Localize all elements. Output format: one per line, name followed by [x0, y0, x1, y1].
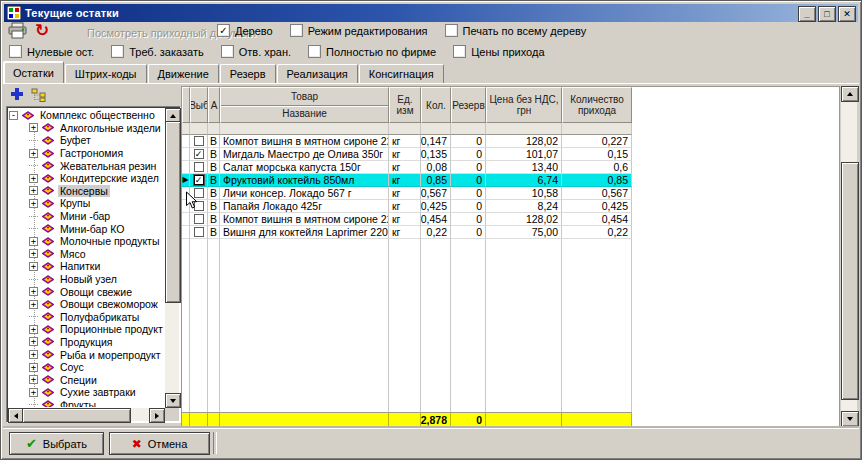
expand-toggle-icon[interactable]: + — [29, 350, 38, 359]
tree-item[interactable]: +Мясо — [9, 248, 165, 261]
tree-item[interactable]: Новый узел — [9, 273, 165, 286]
tree-item[interactable]: +Овощи свежоморож — [9, 298, 165, 311]
tree-vertical-scrollbar[interactable] — [165, 108, 179, 408]
tree-item[interactable]: +Продукция — [9, 336, 165, 349]
row-checkbox[interactable] — [194, 136, 204, 146]
row-select-cell[interactable] — [190, 135, 208, 148]
expand-toggle-icon[interactable]: + — [29, 337, 38, 346]
scrollbar-thumb[interactable] — [165, 121, 181, 303]
tree-item[interactable]: +Гастрономия — [9, 147, 165, 160]
tree-item[interactable]: +Порционные продукт — [9, 323, 165, 336]
tree-item[interactable]: +Овощи свежие — [9, 285, 165, 298]
table-row[interactable]: ВВишня для коктейля Laprimer 220гкг0,220… — [182, 226, 632, 239]
scroll-down-button[interactable] — [841, 411, 859, 427]
row-checkbox[interactable] — [194, 162, 204, 172]
row-checkbox[interactable] — [194, 227, 204, 237]
checkbox-box[interactable] — [111, 45, 124, 58]
table-row[interactable]: ВЛичи консер. Локадо 567 гкг0,567010,580… — [182, 187, 632, 200]
checkbox-rezhim-redaktirovaniya[interactable]: Режим редактирования — [290, 24, 428, 37]
tab-dvizhenie[interactable]: Движение — [148, 64, 219, 83]
checkbox-box[interactable] — [221, 45, 234, 58]
checkbox-box[interactable] — [290, 24, 303, 37]
tree-item[interactable]: +Алкогольные издели — [9, 122, 165, 135]
expand-toggle-icon[interactable]: + — [29, 123, 38, 132]
printer-button[interactable] — [8, 22, 27, 41]
scroll-right-button[interactable] — [149, 408, 165, 423]
tab-ostatki[interactable]: Остатки — [3, 61, 64, 83]
checkbox-box[interactable]: ✓ — [217, 24, 230, 37]
scrollbar-thumb[interactable] — [22, 408, 131, 423]
table-row[interactable]: ▶✓ВФруктовий коктейль 850млкг0,8506,740,… — [182, 174, 632, 187]
row-select-cell[interactable] — [190, 213, 208, 226]
tree-item[interactable]: +Рыба и морепродукт — [9, 348, 165, 361]
expand-toggle-icon[interactable]: + — [29, 375, 38, 384]
expand-toggle-icon[interactable]: + — [29, 363, 38, 372]
row-select-cell[interactable]: ✓ — [190, 174, 208, 187]
tab-shtrih-kody[interactable]: Штрих-коды — [65, 64, 147, 83]
checkbox-nulevye-ost[interactable]: Нулевые ост. — [9, 45, 94, 58]
tree-item[interactable]: +Соус — [9, 361, 165, 374]
table-row[interactable]: ВКомпот вишня в мятном сироне 227млкг0,4… — [182, 213, 632, 226]
header-a[interactable]: А — [208, 87, 220, 123]
tree-item[interactable]: +Напитки — [9, 260, 165, 273]
select-button[interactable]: ✔ Выбрать — [9, 432, 104, 455]
header-qty[interactable]: Кол. — [421, 87, 451, 123]
expand-toggle-icon[interactable]: - — [9, 111, 18, 120]
row-select-cell[interactable] — [190, 200, 208, 213]
row-select-cell[interactable] — [190, 187, 208, 200]
row-select-cell[interactable] — [190, 161, 208, 174]
header-product[interactable]: Товар Название — [220, 87, 389, 123]
table-row[interactable]: ВПапайя Локадо 425гкг0,42508,240,425 — [182, 200, 632, 213]
tree-item[interactable]: +Кондитерские издел — [9, 172, 165, 185]
tree-item[interactable]: +Крупы — [9, 197, 165, 210]
expand-toggle-icon[interactable]: + — [29, 174, 38, 183]
checkbox-derevo[interactable]: ✓Дерево — [217, 24, 273, 37]
tree-item[interactable]: +Сухие завтраки — [9, 386, 165, 399]
tree-item[interactable]: +Молочные продукты — [9, 235, 165, 248]
refresh-button[interactable]: ↻ — [35, 20, 49, 41]
scroll-up-button[interactable] — [841, 86, 859, 102]
row-checkbox[interactable] — [194, 214, 204, 224]
tree-item[interactable]: +Консервы — [9, 185, 165, 198]
expand-toggle-icon[interactable]: + — [29, 325, 38, 334]
tree-view-icon[interactable] — [31, 88, 47, 104]
checkbox-otv-hran[interactable]: Отв. хран. — [221, 45, 291, 58]
checkbox-box[interactable] — [445, 24, 458, 37]
checkbox-treb-zakazat[interactable]: Треб. заказать — [111, 45, 204, 58]
tree-item[interactable]: Буфет — [9, 134, 165, 147]
header-reserve[interactable]: Резерв — [451, 87, 486, 123]
add-node-icon[interactable] — [10, 87, 24, 103]
row-select-cell[interactable]: ✓ — [190, 148, 208, 161]
cancel-button[interactable]: ✖ Отмена — [109, 432, 210, 455]
table-row[interactable]: ✓ВМигдаль Маестро де Олива 350гкг0,13501… — [182, 148, 632, 161]
checkbox-box[interactable] — [308, 45, 321, 58]
expand-toggle-icon[interactable]: + — [29, 388, 38, 397]
tree-item[interactable]: Мини-бар КО — [9, 222, 165, 235]
grid-vertical-scrollbar[interactable] — [841, 86, 857, 427]
table-row[interactable]: ВКомпот вишня в мятном сироне 227млкг0,1… — [182, 135, 632, 148]
tab-realizaciya[interactable]: Реализация — [277, 64, 358, 83]
tree-item[interactable]: +Специи — [9, 373, 165, 386]
row-select-cell[interactable] — [190, 226, 208, 239]
tree-item[interactable]: Полуфабрикаты — [9, 311, 165, 324]
row-checkbox[interactable] — [194, 188, 204, 198]
tab-konsignaciya[interactable]: Консигнация — [359, 64, 444, 83]
header-price[interactable]: Цена без НДС, грн — [486, 87, 562, 123]
checkbox-polnostyu-po-firme[interactable]: Полностью по фирме — [308, 45, 436, 58]
checkbox-pechat-po-vsemu-derevu[interactable]: Печать по всему дереву — [445, 24, 587, 37]
expand-toggle-icon[interactable]: + — [29, 199, 38, 208]
row-checkbox[interactable]: ✓ — [194, 175, 204, 185]
expand-toggle-icon[interactable]: + — [29, 300, 38, 309]
expand-toggle-icon[interactable]: + — [29, 287, 38, 296]
expand-toggle-icon[interactable]: + — [29, 237, 38, 246]
tree-item[interactable]: Мини -бар — [9, 210, 165, 223]
tree-horizontal-scrollbar[interactable] — [8, 408, 165, 421]
tree-item[interactable]: Фрукты — [9, 399, 165, 407]
tree-item[interactable]: Жевательная резин — [9, 159, 165, 172]
header-unit[interactable]: Ед. изм — [389, 87, 421, 123]
scrollbar-thumb[interactable] — [841, 162, 859, 400]
expand-toggle-icon[interactable]: + — [29, 186, 38, 195]
header-incoming[interactable]: Количество прихода — [562, 87, 632, 123]
scroll-down-button[interactable] — [165, 393, 181, 408]
checkbox-box[interactable] — [9, 45, 22, 58]
